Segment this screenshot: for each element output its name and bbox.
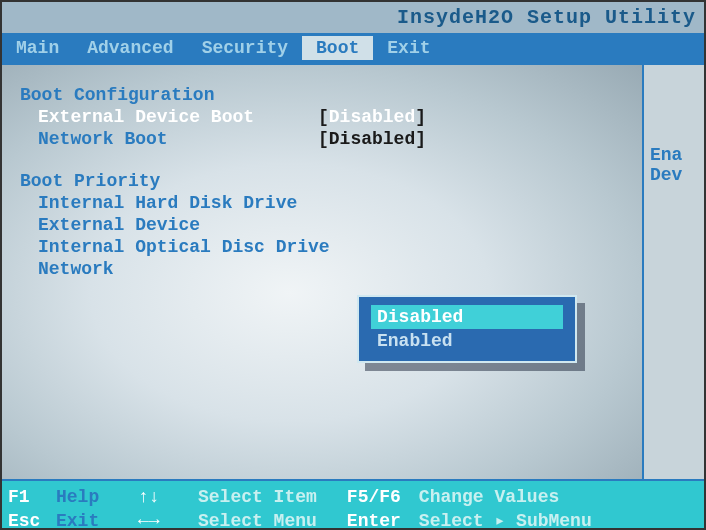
setting-label: Network Boot: [38, 129, 318, 149]
footer-desc-mid: Select Item Select Menu: [198, 485, 317, 530]
priority-item-hdd[interactable]: Internal Hard Disk Drive: [20, 193, 624, 213]
setting-value: [Disabled]: [318, 129, 426, 149]
menu-exit[interactable]: Exit: [373, 36, 444, 60]
footer-desc-right: Change Values Select ▸ SubMenu: [419, 485, 592, 530]
menu-main[interactable]: Main: [2, 36, 73, 60]
popup-option-disabled[interactable]: Disabled: [371, 305, 563, 329]
help-text-line2: Dev: [650, 165, 698, 185]
footer-keys-left: F1 Esc: [8, 485, 56, 530]
footer-labels-left: Help Exit: [56, 485, 138, 530]
priority-item-optical[interactable]: Internal Optical Disc Drive: [20, 237, 624, 257]
menu-bar: Main Advanced Security Boot Exit: [2, 33, 704, 63]
footer-bar: F1 Esc Help Exit ↑↓ ←→ Select Item Selec…: [2, 481, 704, 530]
setting-external-device-boot[interactable]: External Device Boot [Disabled]: [20, 107, 624, 127]
boot-priority-heading: Boot Priority: [20, 171, 624, 191]
value-popup: Disabled Enabled: [357, 295, 577, 363]
content-area: Boot Configuration External Device Boot …: [2, 63, 704, 481]
main-pane: Boot Configuration External Device Boot …: [2, 65, 644, 479]
menu-boot[interactable]: Boot: [302, 36, 373, 60]
setting-label: External Device Boot: [38, 107, 318, 127]
menu-security[interactable]: Security: [188, 36, 302, 60]
title-bar: InsydeH2O Setup Utility: [2, 2, 704, 33]
help-text-line1: Ena: [650, 145, 698, 165]
footer-keys-right: F5/F6 Enter: [347, 485, 419, 530]
priority-item-external[interactable]: External Device: [20, 215, 624, 235]
priority-item-network[interactable]: Network: [20, 259, 624, 279]
help-pane: Ena Dev: [644, 65, 704, 479]
menu-advanced[interactable]: Advanced: [73, 36, 187, 60]
popup-option-enabled[interactable]: Enabled: [371, 329, 563, 353]
boot-config-heading: Boot Configuration: [20, 85, 624, 105]
utility-title: InsydeH2O Setup Utility: [397, 6, 696, 29]
footer-keys-mid: ↑↓ ←→: [138, 485, 198, 530]
setting-network-boot[interactable]: Network Boot [Disabled]: [20, 129, 624, 149]
setting-value: [Disabled]: [318, 107, 426, 127]
